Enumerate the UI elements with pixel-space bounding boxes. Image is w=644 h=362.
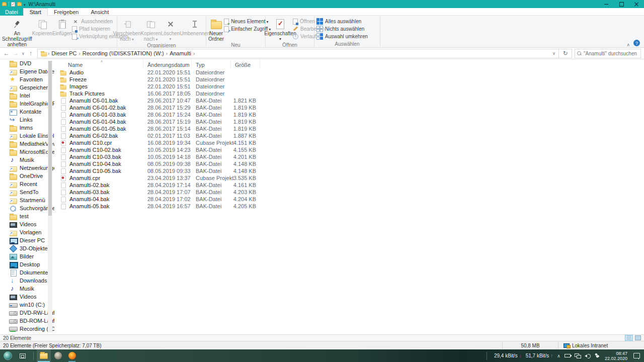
taskbar-app-button[interactable] xyxy=(51,349,65,362)
restore-button[interactable] xyxy=(614,0,629,8)
file-row[interactable]: Anamulti.cpr 23.04.2019 13:37 Cubase Pro… xyxy=(58,174,260,182)
sidebar-item[interactable]: Intel xyxy=(0,92,54,100)
start-button[interactable] xyxy=(0,349,15,362)
sidebar-item[interactable]: Vorlagen xyxy=(0,228,54,236)
column-header-size[interactable]: Größe xyxy=(231,59,260,69)
file-row[interactable]: Anamulti C6-02.bak 02.01.2017 11:03 BAK-… xyxy=(58,132,260,139)
sidebar-item[interactable]: IntelGraphicsPr xyxy=(0,100,54,108)
sidebar-item[interactable]: Desktop xyxy=(0,260,54,268)
sidebar-item[interactable]: SendTo xyxy=(0,188,54,196)
file-row[interactable]: Audio 22.01.2020 15:51 Dateiordner xyxy=(58,69,260,76)
sidebar-item[interactable]: Suchvorgänge xyxy=(0,204,54,212)
rename-button[interactable]: Umbenennen xyxy=(180,17,210,36)
sidebar-item[interactable]: Recent xyxy=(0,180,54,188)
sidebar-scrollbar-thumb[interactable] xyxy=(48,61,52,216)
breadcrumb-item[interactable]: Recording (\\DISKSTATION) (W:) xyxy=(80,50,166,56)
sidebar-item[interactable]: lmms xyxy=(0,124,54,132)
sidebar-item[interactable]: Dokumente xyxy=(0,268,54,277)
sidebar-item[interactable]: win10 (C:) xyxy=(0,301,54,309)
forward-icon[interactable]: → xyxy=(11,50,20,57)
file-row[interactable]: Anamulti C10-02.bak 10.05.2019 14:23 BAK… xyxy=(58,146,260,153)
tab-home[interactable]: Start xyxy=(23,8,48,16)
minimize-ribbon-chevron-icon[interactable] xyxy=(626,42,630,47)
tab-file[interactable]: Datei xyxy=(0,8,23,16)
dropbox-icon[interactable] xyxy=(595,353,601,358)
taskbar-file-explorer-button[interactable] xyxy=(37,349,51,362)
sidebar-item[interactable]: Gespeicherte S xyxy=(0,83,54,92)
file-row[interactable]: Images 22.01.2020 15:51 Dateiordner xyxy=(58,83,260,90)
task-view-button[interactable] xyxy=(15,349,30,362)
copy-to-button[interactable]: Kopieren nach xyxy=(141,17,161,42)
file-row[interactable]: Anamulti-02.bak 28.04.2019 17:14 BAK-Dat… xyxy=(58,182,260,189)
file-row[interactable]: Anamulti C10-04.bak 08.05.2019 09:38 BAK… xyxy=(58,160,260,167)
sidebar-item[interactable]: 3D-Objekte xyxy=(0,244,54,252)
breadcrumb-separator[interactable] xyxy=(193,50,195,56)
sidebar-item[interactable]: DVD-RW-Laufw xyxy=(0,309,54,317)
sidebar-item[interactable]: MediathekView xyxy=(0,140,54,148)
sidebar-item[interactable]: Videos xyxy=(0,220,54,228)
column-header-name[interactable]: ∧ Name xyxy=(58,59,143,69)
sidebar-scrollbar[interactable] xyxy=(48,61,52,332)
move-to-button[interactable]: Verschieben nach xyxy=(113,17,141,42)
properties-button[interactable]: Eigenschaften xyxy=(268,17,293,42)
invert-selection-button[interactable]: Auswahl umkehren xyxy=(316,33,368,40)
back-icon[interactable]: ← xyxy=(2,50,11,57)
file-row[interactable]: Freeze 22.01.2020 15:51 Dateiordner xyxy=(58,76,260,83)
sidebar-item[interactable]: OneDrive xyxy=(0,172,54,180)
sidebar-item[interactable]: Downloads xyxy=(0,277,54,285)
close-button[interactable] xyxy=(629,0,644,8)
file-row[interactable]: Anamulti C10-03.bak 10.05.2019 14:18 BAK… xyxy=(58,153,260,160)
address-dropdown-chevron-icon[interactable]: ∨ xyxy=(549,51,558,56)
sidebar-item[interactable]: Lokale Einstellu xyxy=(0,132,54,140)
tray-overflow-chevron-icon[interactable] xyxy=(557,353,560,358)
details-view-button[interactable] xyxy=(625,335,633,341)
speaker-icon[interactable] xyxy=(585,353,591,358)
sidebar-item[interactable]: Recording (\\D ∨ xyxy=(0,325,54,333)
sidebar-item[interactable]: BD-ROM-Laufw xyxy=(0,317,54,325)
sidebar-item[interactable]: Links xyxy=(0,116,54,124)
paste-button[interactable]: Einfügen xyxy=(52,17,72,36)
properties-quick-icon[interactable] xyxy=(11,2,15,7)
file-row[interactable]: Anamulti-04.bak 28.04.2019 17:02 BAK-Dat… xyxy=(58,196,260,203)
copy-button[interactable]: Kopieren xyxy=(32,17,52,36)
file-row[interactable]: Anamulti C6-01-03.bak 28.06.2017 15:24 B… xyxy=(58,111,260,118)
file-row[interactable]: Anamulti C6-01-04.bak 28.06.2017 15:19 B… xyxy=(58,118,260,125)
refresh-icon[interactable]: ↻ xyxy=(559,49,572,58)
file-row[interactable]: Anamulti-03.bak 28.04.2019 17:07 BAK-Dat… xyxy=(58,189,260,196)
sidebar-item[interactable]: Eigene Dateien xyxy=(0,67,54,75)
file-row[interactable]: Anamulti C6-01-05.bak 28.06.2017 15:14 B… xyxy=(58,125,260,132)
breadcrumb-item[interactable]: Anamulti xyxy=(168,50,193,56)
sidebar-item[interactable]: Dieser PC xyxy=(0,236,54,244)
column-header-type[interactable]: Typ xyxy=(192,59,231,69)
battery-icon[interactable] xyxy=(565,354,571,357)
file-row[interactable]: Track Pictures 16.06.2017 18:05 Dateiord… xyxy=(58,90,260,97)
select-all-button[interactable]: Alles auswählen xyxy=(316,18,368,25)
help-icon[interactable] xyxy=(633,40,640,46)
taskbar-firefox-button[interactable] xyxy=(65,349,79,362)
file-row[interactable]: Anamulti-05.bak 28.04.2019 16:57 BAK-Dat… xyxy=(58,203,260,210)
sidebar-item[interactable]: MicrosoftEdge xyxy=(0,148,54,156)
minimize-button[interactable] xyxy=(599,0,614,8)
clock[interactable]: 08:47 22.02.2020 xyxy=(605,351,627,361)
customize-qat-chevron-icon[interactable] xyxy=(24,2,26,7)
search-input[interactable] xyxy=(584,51,638,56)
network-icon[interactable] xyxy=(575,353,581,358)
delete-button[interactable]: Löschen xyxy=(161,17,180,42)
new-folder-quick-icon[interactable] xyxy=(17,3,22,6)
recent-locations-chevron-icon[interactable]: ∨ xyxy=(20,51,26,56)
sidebar-item[interactable]: Videos xyxy=(0,293,54,301)
select-none-button[interactable]: Nichts auswählen xyxy=(316,26,368,32)
address-bar[interactable]: Dieser PC Recording (\\DISKSTATION) (W:)… xyxy=(37,49,559,58)
sidebar-item[interactable]: DVD xyxy=(0,59,54,67)
sidebar-item[interactable]: Musik xyxy=(0,285,54,293)
sidebar-item[interactable]: Startmenü xyxy=(0,196,54,204)
sidebar-item[interactable]: Musik xyxy=(0,156,54,164)
up-icon[interactable]: ↑ xyxy=(26,50,35,57)
thumbnails-view-button[interactable] xyxy=(634,335,642,341)
sidebar-item[interactable]: Netzwerkumge xyxy=(0,164,54,172)
file-row[interactable]: Anamulti C10-05.bak 08.05.2019 09:33 BAK… xyxy=(58,167,260,174)
file-row[interactable]: Anamulti C6-01.bak 29.06.2017 10:47 BAK-… xyxy=(58,97,260,104)
sidebar-item[interactable]: Favoriten xyxy=(0,75,54,83)
pin-to-quickaccess-button[interactable]: An Schnellzugriff anheften xyxy=(2,17,32,47)
breadcrumb-item[interactable]: Dieser PC xyxy=(49,50,78,56)
